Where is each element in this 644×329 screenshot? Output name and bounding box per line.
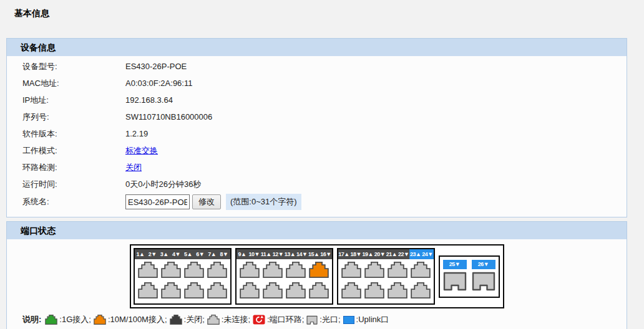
rj45-port-icon [364,282,384,298]
port-label-2: 2▼ [147,249,159,259]
device-info-body: 设备型号:ES430-26P-POEMAC地址:A0:03:0F:2A:96:1… [7,56,627,217]
legend-rj45-dark-icon [170,315,182,325]
port-12 [263,282,283,301]
legend-title: 说明: [22,314,41,325]
sfp-port-25: 25▼ [443,260,467,293]
port-4 [161,282,181,301]
port-24 [411,282,431,301]
rj45-port-icon [263,282,283,298]
port-8 [207,282,227,301]
legend-text: :Uplink口 [356,314,389,325]
modify-button[interactable]: 修改 [192,194,221,209]
port-label-24: 24▼ [421,249,433,259]
port-19 [364,262,384,280]
legend-item: :10M/100M接入; [94,314,167,325]
port-7 [207,262,227,280]
port-9 [240,262,260,280]
device-info-rows: 设备型号:ES430-26P-POEMAC地址:A0:03:0F:2A:96:1… [7,58,627,193]
port-group-header: 17▲18▼19▲20▼21▲22▼23▲24▼ [338,249,434,259]
port-group-header: 1▲2▼3▲4▼5▲6▼7▲8▼ [135,249,230,259]
info-row-value: SW110710NB16000006 [125,112,212,122]
port-group-2: 9▲10▼11▲12▼13▲14▼15▲16▼ [235,248,333,305]
rj45-port-icon [411,262,431,278]
rj45-port-icon [364,262,384,278]
port-label-26: 26▼ [472,260,495,269]
legend-text: :1G接入; [59,314,91,325]
legend-uplink-icon [343,316,354,324]
port-22 [388,282,407,301]
info-row-label: MAC地址: [22,78,125,89]
rj45-port-icon [161,262,181,278]
info-row-value-link[interactable]: 关闭 [125,162,142,173]
port-label-5: 5▲ [182,249,194,259]
port-3 [161,262,181,280]
info-row: MAC地址:A0:03:0F:2A:96:11 [7,75,627,92]
sfp-port-26: 26▼ [472,260,495,293]
info-row-value: 0天0小时26分钟36秒 [125,179,201,190]
rj45-port-icon [388,282,407,298]
rj45-port-icon [286,262,306,278]
rj45-port-icon [286,282,306,298]
legend-item: :Uplink口 [343,314,389,325]
legend-item: :光口; [306,314,340,325]
rj45-port-icon [341,282,361,298]
port-18 [341,282,361,301]
rj45-port-icon [309,282,329,298]
info-row-label: 序列号: [22,112,125,123]
port-14 [286,282,306,301]
rj45-port-icon [184,282,204,298]
rj45-port-icon [138,262,158,278]
port-label-23: 23▲ [409,249,421,259]
legend-rj45-green-icon [45,315,57,325]
legend-text: :端口环路; [267,314,304,325]
port-15 [309,262,329,280]
system-name-row: 系统名: 修改 (范围:0~31个字符) [7,193,627,211]
port-1 [138,262,158,280]
info-row-label: 运行时间: [22,179,125,190]
port-label-1: 1▲ [135,249,147,259]
rj45-port-icon [207,262,227,278]
port-group-header: 9▲10▼11▲12▼13▲14▼15▲16▼ [237,249,332,259]
info-row-label: IP地址: [22,95,125,106]
port-21 [388,262,407,280]
port-2 [138,282,158,301]
legend-loop-icon [253,315,265,325]
port-label-18: 18▼ [350,249,362,259]
legend-rj45-gray-icon [207,315,220,325]
port-label-21: 21▲ [386,249,398,259]
device-info-panel-header: 设备信息 [7,39,627,56]
rj45-port-icon [309,262,329,278]
port-label-10: 10▼ [248,249,260,259]
port-label-6: 6▼ [194,249,206,259]
system-name-range-hint: (范围:0~31个字符) [226,194,301,210]
port-10 [240,282,260,301]
port-group-grid [135,259,230,303]
port-23 [411,262,431,280]
system-name-label: 系统名: [22,196,125,207]
info-row-value-link[interactable]: 标准交换 [125,145,158,156]
sfp-port-icon [443,271,467,291]
port-20 [364,282,384,301]
info-row-label: 设备型号: [22,61,125,72]
port-label-3: 3▲ [159,249,170,259]
info-row: 环路检测:关闭 [7,159,627,176]
legend-text: :10M/100M接入; [108,314,167,325]
info-row-label: 工作模式: [22,145,125,156]
port-group-grid [338,259,434,303]
legend-item: :端口环路; [253,314,304,325]
port-label-4: 4▼ [170,249,182,259]
port-legend: 说明::1G接入;:10M/100M接入;:关闭;:未连接;:端口环路;:光口;… [7,308,627,329]
system-name-input[interactable] [125,194,190,209]
rj45-port-icon [263,262,283,278]
legend-rj45-orange-icon [94,315,106,325]
info-row: 工作模式:标准交换 [7,142,627,159]
port-status-panel: 端口状态 1▲2▼3▲4▼5▲6▼7▲8▼9▲10▼11▲12▼13▲14▼15… [6,221,627,329]
port-label-7: 7▲ [206,249,218,259]
port-label-17: 17▲ [338,249,350,259]
rj45-port-icon [388,262,407,278]
info-row: 序列号:SW110710NB16000006 [7,108,627,125]
rj45-port-icon [240,282,260,298]
port-17 [341,262,361,280]
legend-item: :关闭; [170,314,205,325]
port-label-16: 16▼ [320,249,331,259]
